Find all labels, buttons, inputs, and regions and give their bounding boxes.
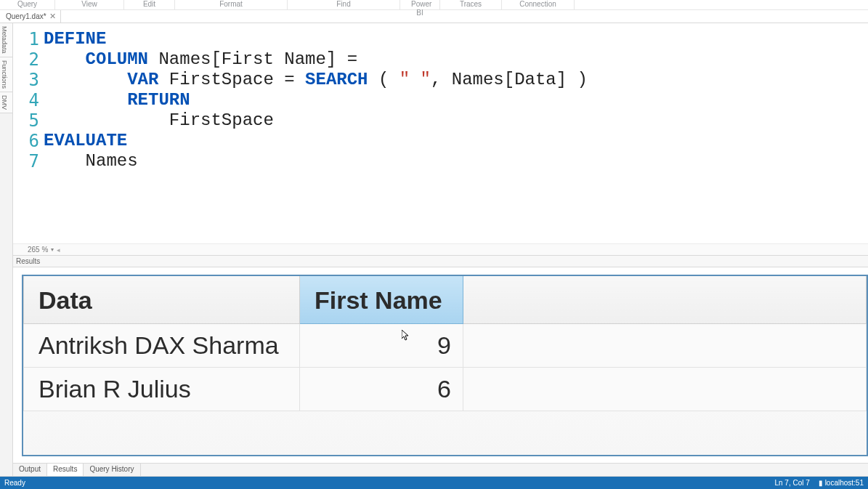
sidebar-functions[interactable]: Functions <box>0 57 12 92</box>
column-header-first-name[interactable]: First Name <box>300 276 463 324</box>
sidebar-dmv[interactable]: DMV <box>0 92 12 113</box>
status-connection: ▮ localhost:51 <box>819 479 864 487</box>
editor-panel: 1 2 3 4 5 6 7 DEFINE COLUMN Names[First … <box>13 23 868 256</box>
menu-connection[interactable]: Connection <box>502 0 575 9</box>
menu-edit[interactable]: Edit <box>124 0 175 9</box>
scroll-left-icon[interactable]: ◂ <box>57 246 60 254</box>
cell-empty <box>463 324 867 368</box>
code-content[interactable]: DEFINE COLUMN Names[First Name] = VAR Fi… <box>42 23 868 243</box>
results-table[interactable]: Data First Name Antriksh DAX Sharma 9 Br <box>23 276 867 411</box>
column-header-empty <box>463 276 867 324</box>
cell-first-name[interactable]: 6 <box>300 368 463 411</box>
results-panel-title: Results <box>16 257 40 265</box>
cell-data[interactable]: Antriksh DAX Sharma <box>24 324 300 368</box>
content-column: 1 2 3 4 5 6 7 DEFINE COLUMN Names[First … <box>13 23 868 476</box>
code-editor[interactable]: 1 2 3 4 5 6 7 DEFINE COLUMN Names[First … <box>13 23 868 243</box>
menu-bar: Query View Edit Format Find Power BI Tra… <box>0 0 868 10</box>
tab-results[interactable]: Results <box>47 463 84 476</box>
document-tab-bar: Query1.dax* ✕ <box>0 10 868 23</box>
table-row[interactable]: Antriksh DAX Sharma 9 <box>24 324 867 368</box>
status-cursor-location: Ln 7, Col 7 <box>774 479 809 487</box>
tab-label: Query1.dax* <box>6 12 46 20</box>
table-row[interactable]: Brian R Julius 6 <box>24 368 867 411</box>
cell-empty <box>463 368 867 411</box>
menu-view[interactable]: View <box>55 0 124 9</box>
left-sidebar: Metadata Functions DMV <box>0 23 13 476</box>
cell-first-name[interactable]: 9 <box>300 324 463 368</box>
menu-format[interactable]: Format <box>175 0 288 9</box>
close-icon[interactable]: ✕ <box>49 12 56 21</box>
results-panel-header: Results <box>13 256 868 267</box>
menu-query[interactable]: Query <box>0 0 55 9</box>
menu-traces[interactable]: Traces <box>440 0 502 9</box>
results-grid-area: Data First Name Antriksh DAX Sharma 9 Br <box>13 267 868 463</box>
tab-output[interactable]: Output <box>13 463 47 476</box>
sidebar-metadata[interactable]: Metadata <box>0 23 12 57</box>
column-header-data[interactable]: Data <box>24 276 300 324</box>
menu-powerbi[interactable]: Power BI <box>400 0 440 9</box>
menu-find[interactable]: Find <box>288 0 400 9</box>
zoom-level[interactable]: 265 % <box>28 246 48 254</box>
results-tab-bar: Output Results Query History <box>13 463 868 476</box>
status-ready: Ready <box>4 479 774 487</box>
editor-zoom-bar: 265 % ▾ ◂ <box>13 243 868 255</box>
tab-query1[interactable]: Query1.dax* ✕ <box>0 10 61 23</box>
tab-query-history[interactable]: Query History <box>84 463 140 476</box>
cell-data[interactable]: Brian R Julius <box>24 368 300 411</box>
main-split: Metadata Functions DMV 1 2 3 4 5 6 7 DEF… <box>0 23 868 477</box>
line-number-gutter: 1 2 3 4 5 6 7 <box>13 23 42 243</box>
chevron-down-icon[interactable]: ▾ <box>51 246 54 253</box>
results-grid-border: Data First Name Antriksh DAX Sharma 9 Br <box>22 275 868 456</box>
status-bar: Ready Ln 7, Col 7 ▮ localhost:51 <box>0 477 868 489</box>
